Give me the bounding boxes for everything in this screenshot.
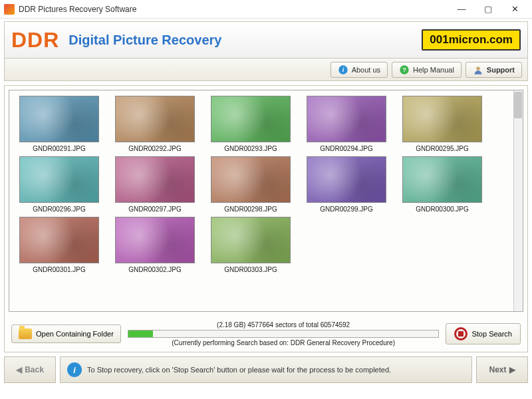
svg-point-4 [476,66,479,70]
minimize-button[interactable]: — [448,1,475,18]
stop-label: Stop Search [471,330,512,338]
thumbnail-filename: GNDR00299.JPG [303,205,390,213]
thumbnail-item[interactable]: GNDR00301.JPG [16,217,102,273]
info-bar: i To Stop recovery, click on 'Stop Searc… [60,356,472,383]
open-folder-label: Open Containing Folder [36,330,114,338]
thumbnail-image [211,156,291,203]
thumbnail-image [402,96,482,142]
thumbnail-filename: GNDR00295.JPG [399,145,485,152]
thumbnail-filename: GNDR00296.JPG [16,205,102,213]
thumbnail-item[interactable]: GNDR00299.JPG [303,156,390,213]
open-folder-button[interactable]: Open Containing Folder [11,325,121,343]
help-button[interactable]: ? Help Manual [392,62,462,78]
back-button[interactable]: ◀ Back [4,356,56,383]
maximize-button[interactable]: ▢ [475,1,501,18]
app-icon [4,4,15,15]
header: DDR Digital Picture Recovery 001micron.c… [4,21,528,59]
about-button[interactable]: i About us [331,62,388,78]
folder-icon [19,329,32,339]
scrollbar[interactable] [513,90,523,311]
progress-column: (2.18 GB) 4577664 sectors of total 60574… [128,321,440,346]
thumbnail-filename: GNDR00302.JPG [112,266,198,273]
svg-text:i: i [342,66,344,73]
thumbnail-image [307,156,386,203]
thumbnail-grid: GNDR00291.JPGGNDR00292.JPGGNDR00293.JPGG… [16,96,520,273]
thumbnail-image [307,96,386,142]
thumbnail-image [115,217,195,263]
thumbnail-area: GNDR00291.JPGGNDR00292.JPGGNDR00293.JPGG… [9,90,523,312]
thumbnail-item[interactable]: GNDR00292.JPG [112,96,198,152]
window-title: DDR Pictures Recovery Software [19,5,448,14]
thumbnail-filename: GNDR00298.JPG [207,205,294,213]
thumbnail-filename: GNDR00293.JPG [207,145,294,152]
thumbnail-item[interactable]: GNDR00298.JPG [207,156,294,213]
scrollbar-thumb[interactable] [514,92,522,118]
about-label: About us [352,66,380,74]
thumbnail-item[interactable]: GNDR00302.JPG [112,217,198,273]
thumbnail-item[interactable]: GNDR00303.JPG [207,217,294,273]
thumbnail-item[interactable]: GNDR00296.JPG [16,156,102,213]
thumbnail-filename: GNDR00300.JPG [399,205,485,213]
ddr-logo: DDR [11,28,59,53]
thumbnail-image [19,156,99,203]
info-text: To Stop recovery, click on 'Stop Search'… [87,366,391,374]
titlebar: DDR Pictures Recovery Software — ▢ ✕ [0,0,532,19]
thumbnail-image [115,156,195,203]
next-arrow-icon: ▶ [509,365,515,374]
help-label: Help Manual [413,66,454,74]
main-panel: GNDR00291.JPGGNDR00292.JPGGNDR00293.JPGG… [4,85,528,352]
support-icon [473,65,483,75]
thumbnail-image [402,156,482,203]
stop-search-button[interactable]: Stop Search [446,323,521,344]
header-title: Digital Picture Recovery [68,33,422,48]
thumbnail-item[interactable]: GNDR00294.JPG [303,96,390,152]
thumbnail-item[interactable]: GNDR00295.JPG [399,96,485,152]
thumbnail-item[interactable]: GNDR00300.JPG [399,156,485,213]
info-icon: i [67,362,82,377]
progress-note: (Currently performing Search based on: D… [128,339,440,346]
controls-row: Open Containing Folder (2.18 GB) 4577664… [5,316,527,352]
brand-badge: 001micron.com [422,29,521,51]
thumbnail-filename: GNDR00294.JPG [303,145,390,152]
progress-info: (2.18 GB) 4577664 sectors of total 60574… [128,321,440,329]
support-label: Support [487,66,515,74]
toolbar: i About us ? Help Manual Support [4,59,528,81]
stop-icon [454,327,467,340]
thumbnail-image [115,96,195,142]
thumbnail-item[interactable]: GNDR00293.JPG [207,96,294,152]
thumbnail-filename: GNDR00291.JPG [16,145,102,152]
thumbnail-filename: GNDR00301.JPG [16,266,102,273]
next-label: Next [489,365,506,374]
thumbnail-filename: GNDR00303.JPG [207,266,294,273]
thumbnail-item[interactable]: GNDR00291.JPG [16,96,102,152]
next-button[interactable]: Next ▶ [476,356,528,383]
support-button[interactable]: Support [466,62,522,78]
svg-text:?: ? [402,66,406,73]
progress-bar [128,330,440,338]
help-icon: ? [399,65,410,75]
thumbnail-item[interactable]: GNDR00297.JPG [112,156,198,213]
close-button[interactable]: ✕ [501,1,528,18]
thumbnail-image [19,96,99,142]
info-icon: i [338,65,348,75]
thumbnail-filename: GNDR00292.JPG [112,145,198,152]
thumbnail-image [211,217,291,263]
back-arrow-icon: ◀ [16,365,22,374]
progress-fill [128,331,153,337]
thumbnail-filename: GNDR00297.JPG [112,205,198,213]
footer: ◀ Back i To Stop recovery, click on 'Sto… [4,356,528,383]
back-label: Back [25,365,44,374]
thumbnail-image [211,96,291,142]
thumbnail-image [19,217,99,263]
